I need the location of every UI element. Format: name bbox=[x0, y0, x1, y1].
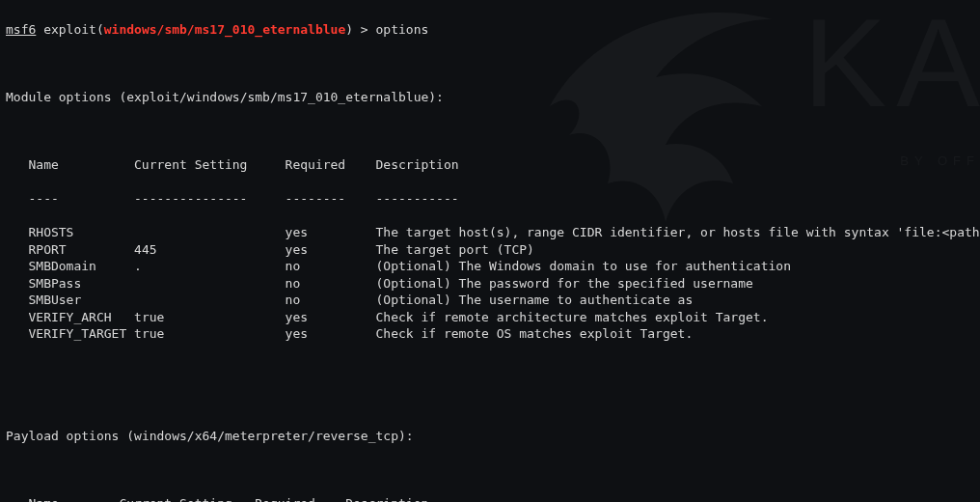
module-options-header: Module options (exploit/windows/smb/ms17… bbox=[6, 89, 974, 106]
prompt-line-1: msf6 exploit(windows/smb/ms17_010_eterna… bbox=[6, 21, 974, 39]
blank-line bbox=[6, 55, 974, 72]
blank-line bbox=[6, 359, 974, 376]
terminal-output[interactable]: msf6 exploit(windows/smb/ms17_010_eterna… bbox=[0, 0, 980, 502]
col-desc-header: Description bbox=[376, 156, 459, 174]
payload-options-header: Payload options (windows/x64/meterpreter… bbox=[6, 428, 974, 445]
col-name-header: Name bbox=[28, 495, 103, 502]
prompt-ctx-left: exploit( bbox=[36, 22, 103, 37]
module-header-row: Name Current Setting Required Descriptio… bbox=[6, 156, 974, 174]
col-required-header: Required bbox=[255, 495, 330, 502]
blank-line bbox=[6, 461, 974, 479]
prompt-prefix: msf6 bbox=[6, 22, 36, 37]
module-option-row: SMBPass no (Optional) The password for t… bbox=[6, 275, 974, 293]
module-option-row: VERIFY_TARGET true yes Check if remote O… bbox=[6, 325, 974, 343]
col-name-header: Name bbox=[28, 156, 119, 174]
payload-header-row: Name Current Setting Required Descriptio… bbox=[6, 495, 974, 502]
col-current-header: Current Setting bbox=[134, 156, 270, 174]
col-desc-header: Description bbox=[345, 495, 428, 502]
module-option-row: SMBUser no (Optional) The username to au… bbox=[6, 292, 974, 309]
col-current-header: Current Setting bbox=[119, 495, 239, 502]
blank-line bbox=[6, 394, 974, 411]
prompt-ctx-right: ) > bbox=[345, 22, 375, 37]
col-required-header: Required bbox=[286, 156, 361, 174]
entered-command: options bbox=[376, 22, 429, 37]
module-option-row: RPORT 445 yes The target port (TCP) bbox=[6, 241, 974, 259]
module-option-row: RHOSTS yes The target host(s), range CID… bbox=[6, 224, 974, 241]
blank-line bbox=[6, 123, 974, 140]
prompt-module: windows/smb/ms17_010_eternalblue bbox=[104, 22, 345, 37]
module-option-row: VERIFY_ARCH true yes Check if remote arc… bbox=[6, 309, 974, 326]
module-option-row: SMBDomain . no (Optional) The Windows do… bbox=[6, 258, 974, 275]
module-header-underline: ---- --------------- -------- ----------… bbox=[6, 190, 974, 208]
